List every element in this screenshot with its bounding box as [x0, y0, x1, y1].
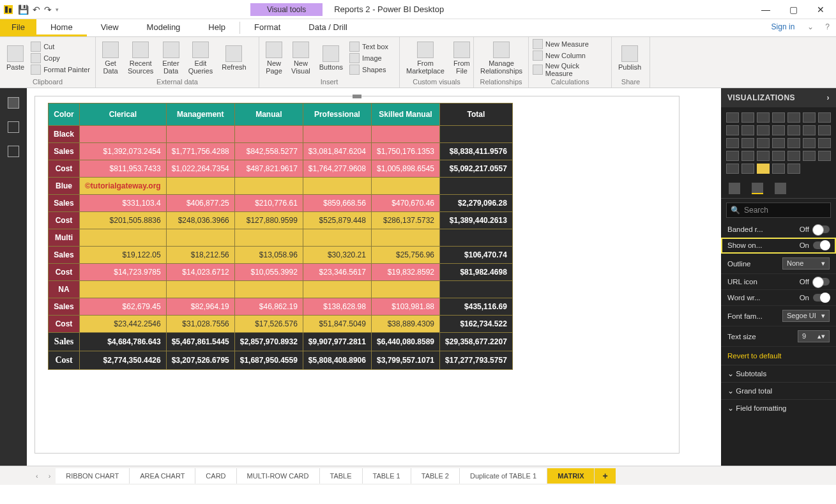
- new-column-button[interactable]: New Column: [533, 50, 607, 61]
- tabs-prev-icon[interactable]: ‹: [31, 472, 43, 480]
- viz-type-icon[interactable]: [787, 151, 800, 161]
- fields-tab-icon[interactable]: [729, 183, 740, 194]
- tab-help[interactable]: Help: [194, 19, 239, 36]
- cut-button[interactable]: Cut: [31, 42, 90, 52]
- section-expander[interactable]: ⌄ Field formatting: [721, 399, 836, 416]
- text-box-button[interactable]: Text box: [349, 42, 388, 52]
- page-tab[interactable]: TABLE 1: [363, 468, 411, 484]
- viz-type-icon[interactable]: [757, 125, 770, 135]
- sign-in-link[interactable]: Sign in: [764, 19, 803, 36]
- column-header[interactable]: Professional: [303, 103, 371, 126]
- page-tab[interactable]: MULTI-ROW CARD: [237, 468, 320, 484]
- column-header[interactable]: Clerical: [80, 103, 167, 126]
- section-expander[interactable]: ⌄ Subtotals: [721, 365, 836, 382]
- viz-type-icon[interactable]: [772, 125, 785, 135]
- format-painter-button[interactable]: Format Painter: [31, 65, 90, 75]
- viz-type-icon[interactable]: [757, 164, 770, 174]
- toggle-switch[interactable]: [813, 278, 830, 286]
- tabs-next-icon[interactable]: ›: [43, 472, 56, 480]
- viz-type-icon[interactable]: [787, 125, 800, 135]
- format-tab-icon[interactable]: [752, 183, 763, 194]
- tab-view[interactable]: View: [87, 19, 133, 36]
- save-icon[interactable]: 💾: [18, 4, 29, 15]
- viz-type-icon[interactable]: [772, 112, 785, 123]
- page-tab[interactable]: MATRIX: [547, 468, 595, 484]
- matrix-visual[interactable]: ColorClericalManagementManualProfessiona…: [34, 96, 680, 454]
- new-measure-button[interactable]: New Measure: [533, 39, 607, 49]
- viz-type-icon[interactable]: [726, 138, 739, 148]
- from-marketplace-button[interactable]: From Marketplace: [404, 40, 447, 76]
- page-tab[interactable]: TABLE: [320, 468, 363, 484]
- viz-type-icon[interactable]: [741, 125, 754, 135]
- column-header[interactable]: Manual: [234, 103, 303, 126]
- undo-icon[interactable]: ↶: [33, 4, 40, 15]
- viz-type-icon[interactable]: [726, 125, 739, 135]
- buttons-button[interactable]: Buttons: [317, 44, 346, 72]
- refresh-button[interactable]: Refresh: [219, 44, 249, 72]
- tab-modeling[interactable]: Modeling: [133, 19, 195, 36]
- model-view-icon[interactable]: [8, 146, 19, 157]
- copy-button[interactable]: Copy: [31, 53, 90, 63]
- page-tab[interactable]: AREA CHART: [130, 468, 195, 484]
- toggle-switch[interactable]: [813, 294, 830, 302]
- viz-type-icon[interactable]: [803, 151, 816, 161]
- column-header[interactable]: Skilled Manual: [371, 103, 439, 126]
- viz-type-icon[interactable]: [772, 138, 785, 148]
- paste-button[interactable]: Paste: [4, 44, 27, 72]
- viz-type-icon[interactable]: [818, 112, 831, 123]
- collapse-ribbon-icon[interactable]: ⌄: [802, 19, 819, 36]
- edit-queries-button[interactable]: Edit Queries: [186, 40, 216, 76]
- column-header[interactable]: Color: [49, 103, 80, 126]
- toggle-switch[interactable]: [813, 225, 830, 233]
- viz-type-icon[interactable]: [818, 151, 831, 161]
- column-header[interactable]: Total: [440, 103, 513, 126]
- viz-type-icon[interactable]: [741, 112, 754, 123]
- viz-type-icon[interactable]: [787, 112, 800, 123]
- viz-type-icon[interactable]: [726, 151, 739, 161]
- viz-type-icon[interactable]: [772, 151, 785, 161]
- help-icon[interactable]: ?: [819, 19, 836, 36]
- viz-type-icon[interactable]: [787, 138, 800, 148]
- resize-handle-icon[interactable]: [353, 95, 361, 98]
- recent-sources-button[interactable]: Recent Sources: [125, 40, 156, 76]
- page-tab[interactable]: CARD: [195, 468, 236, 484]
- collapse-panel-icon[interactable]: ›: [827, 93, 830, 102]
- enter-data-button[interactable]: Enter Data: [160, 40, 181, 76]
- viz-type-icon[interactable]: [787, 164, 800, 174]
- from-file-button[interactable]: From File: [451, 40, 473, 76]
- analytics-tab-icon[interactable]: [775, 183, 786, 194]
- page-tab[interactable]: TABLE 2: [411, 468, 460, 484]
- viz-type-icon[interactable]: [803, 125, 816, 135]
- search-input[interactable]: 🔍 Search: [726, 202, 831, 218]
- viz-type-icon[interactable]: [803, 112, 816, 123]
- publish-button[interactable]: Publish: [616, 44, 644, 72]
- redo-icon[interactable]: ↷: [44, 4, 52, 15]
- shapes-button[interactable]: Shapes: [349, 65, 388, 75]
- column-header[interactable]: Management: [166, 103, 234, 126]
- file-menu[interactable]: File: [0, 19, 36, 36]
- tab-format[interactable]: Format: [240, 19, 294, 36]
- viz-type-icon[interactable]: [726, 164, 739, 174]
- viz-type-icon[interactable]: [757, 151, 770, 161]
- section-expander[interactable]: ⌄ Grand total: [721, 382, 836, 399]
- viz-type-icon[interactable]: [741, 151, 754, 161]
- viz-type-icon[interactable]: [741, 164, 754, 174]
- maximize-button[interactable]: ▢: [789, 4, 798, 15]
- viz-type-icon[interactable]: [726, 112, 739, 123]
- report-canvas[interactable]: ColorClericalManagementManualProfessiona…: [27, 88, 721, 466]
- viz-type-icon[interactable]: [772, 164, 785, 174]
- manage-relationships-button[interactable]: Manage Relationships: [478, 40, 525, 76]
- tab-data-drill[interactable]: Data / Drill: [294, 19, 361, 36]
- minimize-button[interactable]: —: [761, 4, 770, 15]
- close-button[interactable]: ✕: [817, 4, 825, 15]
- qat-dropdown-icon[interactable]: ▾: [56, 6, 59, 13]
- image-button[interactable]: Image: [349, 53, 388, 63]
- new-quick-measure-button[interactable]: New Quick Measure: [533, 62, 607, 77]
- viz-type-icon[interactable]: [818, 125, 831, 135]
- new-visual-button[interactable]: New Visual: [289, 40, 313, 76]
- viz-type-icon[interactable]: [757, 138, 770, 148]
- tab-home[interactable]: Home: [36, 19, 87, 36]
- get-data-button[interactable]: Get Data: [100, 40, 121, 76]
- new-page-button[interactable]: New Page: [263, 40, 285, 76]
- viz-type-icon[interactable]: [818, 138, 831, 148]
